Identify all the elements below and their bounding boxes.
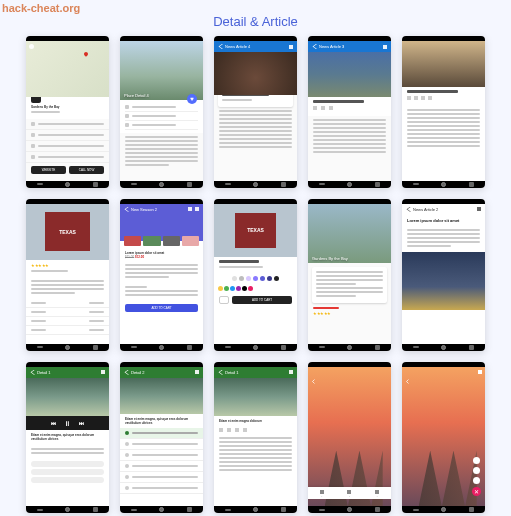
- back-icon[interactable]: [218, 44, 223, 49]
- fab-menu: ✕: [472, 457, 481, 496]
- color-chip[interactable]: [224, 286, 229, 291]
- screen-article-coffee[interactable]: News Article 4: [214, 36, 297, 188]
- fab-action[interactable]: [473, 477, 480, 484]
- screen-place-card[interactable]: Gardens By the Bay ★★★★★: [308, 199, 391, 351]
- screen-product-texas2[interactable]: TEXAS ADD TO CART: [214, 199, 297, 351]
- screen-article-split[interactable]: News Article 2 Lorem ipsum dolor sit ame…: [402, 199, 485, 351]
- back-icon[interactable]: [218, 370, 223, 375]
- fab-action[interactable]: [473, 457, 480, 464]
- screen-image-bottombar[interactable]: • • •: [308, 362, 391, 514]
- heart-icon[interactable]: [313, 106, 317, 110]
- article-headline: Etiam et enim magna, quisque eros doloru…: [31, 433, 104, 441]
- screen-image-fabs[interactable]: ✕: [402, 362, 485, 514]
- more-icon[interactable]: [478, 370, 482, 374]
- appbar: New Season 2: [120, 204, 203, 215]
- screen-detail-player[interactable]: Detail 1 ⏮⏸⏭ Etiam et enim magna, quisqu…: [26, 362, 109, 514]
- nav-item[interactable]: •: [347, 490, 351, 497]
- appbar: News Article 4: [214, 41, 297, 52]
- comment-icon[interactable]: [321, 106, 325, 110]
- back-icon[interactable]: [405, 370, 410, 375]
- back-icon[interactable]: [30, 370, 35, 375]
- more-icon[interactable]: [289, 370, 293, 374]
- place-title: Gardens By the Bay: [31, 105, 104, 109]
- player-controls[interactable]: ⏮⏸⏭: [26, 416, 109, 430]
- back-icon[interactable]: [124, 370, 129, 375]
- screen-article-cafe[interactable]: [402, 36, 485, 188]
- screen-product-purple[interactable]: New Season 2 Lorem ipsum dolor sit amet …: [120, 199, 203, 351]
- appbar: Detail 1: [26, 367, 109, 378]
- back-icon[interactable]: [311, 370, 316, 375]
- back-icon[interactable]: [124, 207, 129, 212]
- headline: Lorem ipsum dolor sit amet: [407, 218, 480, 224]
- nav-item[interactable]: •: [375, 490, 379, 497]
- screen-place-trees[interactable]: Place Detail 4 ♥: [120, 36, 203, 188]
- color-chip[interactable]: [236, 286, 241, 291]
- screen-article-trees[interactable]: News Article 3: [308, 36, 391, 188]
- appbar: News Article 3: [308, 41, 391, 52]
- fab-main[interactable]: ✕: [472, 487, 481, 496]
- heart-icon[interactable]: [188, 207, 192, 211]
- action-row: [313, 106, 386, 110]
- size-dot[interactable]: [239, 276, 244, 281]
- color-chip[interactable]: [218, 286, 223, 291]
- screen-place-map[interactable]: Gardens By the Bay WEBSITE CALL NOW: [26, 36, 109, 188]
- hero-caption: Place Detail 4: [124, 93, 149, 98]
- fab-action[interactable]: [473, 467, 480, 474]
- back-icon[interactable]: [312, 44, 317, 49]
- size-dot[interactable]: [267, 276, 272, 281]
- hero-caption: Gardens By the Bay: [312, 256, 348, 261]
- bottom-nav: • • •: [308, 487, 391, 499]
- size-dots[interactable]: [214, 273, 297, 284]
- add-to-cart-button[interactable]: ADD TO CART: [232, 296, 292, 304]
- screen-detail-list[interactable]: Detail 2 Etiam et enim magna, quisque er…: [120, 362, 203, 514]
- more-icon[interactable]: [289, 45, 293, 49]
- size-dot[interactable]: [232, 276, 237, 281]
- back-icon[interactable]: [406, 207, 411, 212]
- screen-product-texas1[interactable]: TEXAS ★★★★★: [26, 199, 109, 351]
- size-dot[interactable]: [260, 276, 265, 281]
- color-chip[interactable]: [230, 286, 235, 291]
- color-chip[interactable]: [248, 286, 253, 291]
- screenshot-grid: Gardens By the Bay WEBSITE CALL NOW Plac…: [26, 36, 485, 513]
- cart-icon[interactable]: [195, 207, 199, 211]
- rating-stars: ★★★★★: [31, 263, 104, 268]
- add-to-cart-button[interactable]: ADD TO CART: [125, 304, 198, 312]
- website-button[interactable]: WEBSITE: [31, 166, 66, 174]
- share-icon[interactable]: [329, 106, 333, 110]
- size-dot[interactable]: [253, 276, 258, 281]
- call-button[interactable]: CALL NOW: [69, 166, 104, 174]
- more-icon[interactable]: [383, 45, 387, 49]
- more-icon[interactable]: [477, 207, 481, 211]
- size-dot[interactable]: [274, 276, 279, 281]
- page-title: Detail & Article: [213, 14, 298, 29]
- more-icon[interactable]: [195, 370, 199, 374]
- back-icon[interactable]: [29, 44, 34, 49]
- watermark-text: hack-cheat.org: [2, 2, 80, 14]
- more-icon[interactable]: [101, 370, 105, 374]
- color-chip[interactable]: [242, 286, 247, 291]
- color-chips[interactable]: [214, 284, 297, 293]
- screen-detail-stats[interactable]: Detail 1 Etiam et enim magna dolorum: [214, 362, 297, 514]
- nav-item[interactable]: •: [320, 490, 324, 497]
- appbar: News Article 2: [402, 204, 485, 215]
- size-dot[interactable]: [246, 276, 251, 281]
- qty-button[interactable]: [219, 296, 229, 304]
